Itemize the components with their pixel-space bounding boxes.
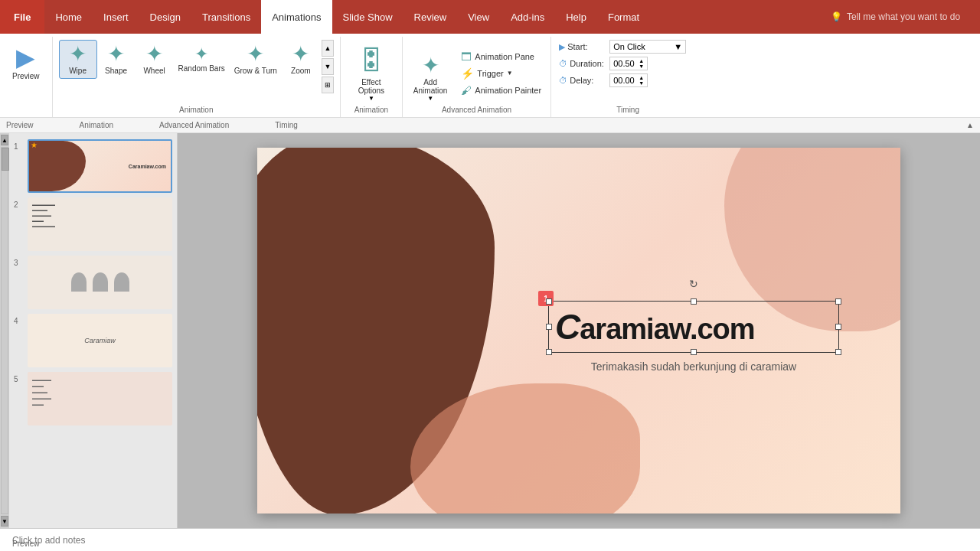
shape-icon: ✦ <box>107 44 125 65</box>
duration-spinners: ▲ ▼ <box>639 58 644 69</box>
scroll-up-btn[interactable]: ▲ <box>322 40 334 57</box>
delay-down[interactable]: ▼ <box>639 80 644 86</box>
animation-group-label: Animation <box>179 106 213 114</box>
tab-design[interactable]: Design <box>139 0 191 34</box>
trigger-arrow: ▼ <box>507 70 513 77</box>
tab-addins[interactable]: Add-ins <box>500 0 555 34</box>
slide-img-4[interactable]: Caramiaw <box>28 314 172 367</box>
duration-down[interactable]: ▼ <box>639 64 644 69</box>
advanced-right: 🗖 Animation Pane ⚡ Trigger ▼ 🖌 Animation… <box>458 49 544 98</box>
tab-home[interactable]: Home <box>44 0 93 34</box>
scroll-more-btn[interactable]: ⊞ <box>322 77 334 93</box>
main-area: ▲ ▼ 1 Caramiaw.com ★ 2 <box>0 133 980 528</box>
preview-icon: ▶ <box>16 43 35 72</box>
delay-up[interactable]: ▲ <box>639 75 644 80</box>
slide-img-1[interactable]: Caramiaw.com ★ <box>28 139 172 193</box>
animation-shape[interactable]: ✦ Shape <box>97 41 136 78</box>
strip-advanced[interactable]: Advanced Animation <box>159 121 229 129</box>
ribbon-group-advanced: ✦ AddAnimation ▼ 🗖 Animation Pane ⚡ Trig… <box>403 37 551 117</box>
strip-timing[interactable]: Timing <box>275 121 298 129</box>
animation-pane-button[interactable]: 🗖 Animation Pane <box>458 49 544 64</box>
animation-scroll-arrows: ▲ ▼ ⊞ <box>322 40 334 93</box>
ribbon-group-effect: 🎛 EffectOptions ▼ Animation <box>341 37 403 117</box>
file-tab[interactable]: File <box>0 0 44 34</box>
slide-img-3[interactable] <box>28 256 172 309</box>
slide-img-5[interactable]: ▬▬▬▬▬▬▬▬▬▬▬▬▬▬▬▬▬▬▬▬ <box>28 372 172 425</box>
selected-text-box[interactable]: ↻ 1 Caramiaw.com Terimakasih sudah berk <box>548 301 839 373</box>
scroll-down-btn[interactable]: ▼ <box>322 58 334 75</box>
strip-expand-icon[interactable]: ▲ <box>966 121 974 129</box>
ribbon: ▶ Preview Preview ✦ Wipe ✦ Shape ✦ Wheel <box>0 34 980 118</box>
start-dropdown[interactable]: On Click ▼ <box>609 40 686 54</box>
duration-input[interactable]: 00.50 ▲ ▼ <box>609 57 648 70</box>
slide-thumb-1[interactable]: 1 Caramiaw.com ★ <box>14 139 172 193</box>
add-animation-label: AddAnimation <box>413 78 447 95</box>
animation-random-bars[interactable]: ✦ Random Bars <box>174 43 230 76</box>
animation-painter-button[interactable]: 🖌 Animation Painter <box>458 83 544 98</box>
scrollbar-thumb[interactable] <box>2 148 9 171</box>
tab-view[interactable]: View <box>457 0 500 34</box>
tab-review[interactable]: Review <box>403 0 458 34</box>
delay-icon: ⏱ <box>559 76 567 85</box>
thumb-4-text: Caramiaw <box>29 315 171 366</box>
animation-zoom[interactable]: ✦ Zoom <box>282 41 320 78</box>
wipe-icon: ✦ <box>69 44 87 65</box>
handle-mr[interactable] <box>835 324 841 330</box>
effect-options-arrow: ▼ <box>368 95 374 102</box>
handle-tm[interactable] <box>691 298 697 305</box>
ribbon-strip: Preview Animation Advanced Animation Tim… <box>0 118 980 133</box>
add-animation-button[interactable]: ✦ AddAnimation ▼ <box>409 50 452 105</box>
grow-turn-label: Grow & Turn <box>234 67 277 75</box>
start-icon: ▶ <box>559 42 565 51</box>
scrollbar-up[interactable]: ▲ <box>1 135 8 145</box>
handle-bm[interactable] <box>691 349 697 355</box>
handle-ml[interactable] <box>546 324 552 330</box>
strip-preview[interactable]: Preview <box>6 121 34 129</box>
handle-tl[interactable] <box>546 298 552 305</box>
strip-animation[interactable]: Animation <box>80 121 113 129</box>
slide-thumb-2[interactable]: 2 ▬▬▬▬▬▬▬▬▬▬▬▬▬▬▬▬▬▬▬▬▬▬▬▬ <box>14 197 172 251</box>
trigger-button[interactable]: ⚡ Trigger ▼ <box>458 66 544 81</box>
handle-bl[interactable] <box>546 349 552 355</box>
search-input[interactable] <box>847 11 969 22</box>
slide-thumb-3[interactable]: 3 <box>14 256 172 309</box>
slide-thumb-5[interactable]: 5 ▬▬▬▬▬▬▬▬▬▬▬▬▬▬▬▬▬▬▬▬ <box>14 372 172 425</box>
tab-format[interactable]: Format <box>597 0 650 34</box>
delay-spinners: ▲ ▼ <box>639 75 644 86</box>
duration-up[interactable]: ▲ <box>639 58 644 64</box>
tab-animations[interactable]: Animations <box>261 0 332 34</box>
rotate-handle[interactable]: ↻ <box>688 278 700 290</box>
effect-options-button[interactable]: 🎛 EffectOptions ▼ <box>348 40 394 106</box>
animation-grow-turn[interactable]: ✦ Grow & Turn <box>230 41 282 78</box>
preview-button[interactable]: ▶ Preview <box>9 40 43 83</box>
tab-slideshow[interactable]: Slide Show <box>332 0 403 34</box>
scrollbar-down[interactable]: ▼ <box>1 516 8 527</box>
slide-canvas[interactable]: ↻ 1 Caramiaw.com Terimakasih sudah berk <box>257 148 900 514</box>
delay-input[interactable]: 00.00 ▲ ▼ <box>609 73 648 87</box>
tab-bar: Home Insert Design Transitions Animation… <box>44 0 980 34</box>
tab-insert[interactable]: Insert <box>93 0 139 34</box>
tab-transitions[interactable]: Transitions <box>191 0 261 34</box>
c-letter: C <box>555 307 580 347</box>
tab-help[interactable]: Help <box>555 0 597 34</box>
handle-br[interactable] <box>835 349 841 355</box>
wipe-label: Wipe <box>69 67 87 75</box>
title-bar: File Home Insert Design Transitions Anim… <box>0 0 980 34</box>
search-icon: 💡 <box>831 11 842 22</box>
slide-main-text: Caramiaw.com <box>555 309 832 344</box>
slide-thumb-4[interactable]: 4 Caramiaw <box>14 314 172 367</box>
timing-duration-row: ⏱ Duration: 00.50 ▲ ▼ <box>559 57 697 70</box>
zoom-icon: ✦ <box>292 44 309 65</box>
delay-value: 00.00 <box>613 76 635 85</box>
animation-list: ✦ Wipe ✦ Shape ✦ Wheel ✦ Random Bars ✦ G… <box>59 40 320 79</box>
slide-num-4: 4 <box>14 314 23 325</box>
animation-wipe[interactable]: ✦ Wipe <box>59 40 97 79</box>
handle-tr[interactable] <box>835 298 841 305</box>
random-bars-icon: ✦ <box>194 46 208 63</box>
duration-label: ⏱ Duration: <box>559 59 605 68</box>
notes-bar[interactable]: Click to add notes <box>0 528 980 551</box>
add-animation-icon: ✦ <box>422 53 439 78</box>
slide-img-2[interactable]: ▬▬▬▬▬▬▬▬▬▬▬▬▬▬▬▬▬▬▬▬▬▬▬▬ <box>28 197 172 251</box>
animation-wheel[interactable]: ✦ Wheel <box>136 41 174 78</box>
random-bars-label: Random Bars <box>178 64 225 73</box>
